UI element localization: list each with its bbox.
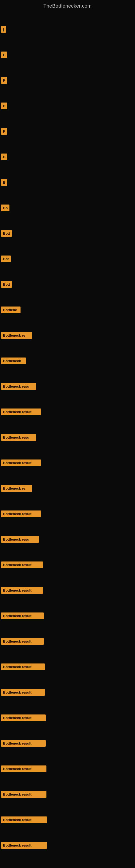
bar-row: F <box>0 42 135 67</box>
bar-row: Bottleneck result <box>0 705 135 731</box>
site-title: TheBottlenecker.com <box>0 0 135 11</box>
bar-label: B <box>1 154 7 160</box>
bar-label: F <box>1 128 7 135</box>
bar-row: Bottleneck result <box>0 501 135 527</box>
bar-row: Bottleneck resu <box>0 373 135 399</box>
bar-row: Bottleneck result <box>0 781 135 807</box>
bar-label: Bot <box>1 255 11 262</box>
bar-label: Bottleneck result <box>1 460 41 466</box>
bar-row: Bottleneck re <box>0 475 135 501</box>
bar-label: Bott <box>1 230 12 237</box>
bar-label: Bottleneck result <box>1 663 45 670</box>
bar-label: Bottleneck result <box>1 561 43 568</box>
bar-row: Bott <box>0 272 135 297</box>
bar-label: Bottleneck result <box>1 791 46 798</box>
bar-row: Bottleneck result <box>0 833 135 858</box>
bar-row: Bottleneck result <box>0 756 135 781</box>
bar-row: Bottleneck result <box>0 399 135 425</box>
bar-label: F <box>1 52 7 58</box>
bar-row: | <box>0 17 135 42</box>
bar-row: Bott <box>0 220 135 246</box>
bar-label: Bo <box>1 205 9 211</box>
bar-label: B <box>1 179 7 186</box>
bar-row: B <box>0 169 135 195</box>
bar-label: Bottleneck <box>1 358 26 364</box>
bar-row: Bottleneck result <box>0 654 135 680</box>
bar-label: Bottleneck result <box>1 816 47 823</box>
bar-label: Bottleneck re <box>1 485 32 492</box>
bar-row: Bottleneck result <box>0 807 135 833</box>
bar-row: Bottleneck result <box>0 680 135 705</box>
bar-label: Bottlene <box>1 307 20 313</box>
bar-row: Bottleneck result <box>0 603 135 628</box>
bar-row: F <box>0 67 135 93</box>
bar-label: Bottleneck result <box>1 638 44 645</box>
bar-label: Bottleneck resu <box>1 383 36 390</box>
bar-label: F <box>1 77 7 84</box>
bar-label: Bottleneck result <box>1 613 44 619</box>
bar-row: Bottleneck <box>0 348 135 373</box>
bar-row: B <box>0 93 135 119</box>
bar-row: Bottleneck result <box>0 628 135 654</box>
bar-row: F <box>0 119 135 144</box>
bar-label: Bottleneck resu <box>1 434 36 441</box>
bar-row: Bottleneck resu <box>0 425 135 450</box>
bar-label: B <box>1 102 7 109</box>
bar-row: Bottlene <box>0 297 135 322</box>
bar-label: Bottleneck result <box>1 766 46 772</box>
bar-row: Bottleneck result <box>0 552 135 578</box>
bar-label: Bottleneck re <box>1 332 32 339</box>
bar-label: Bottleneck result <box>1 842 47 849</box>
bar-label: Bottleneck result <box>1 689 45 696</box>
bar-row: Bottleneck resu <box>0 527 135 552</box>
chart-area: |FFBFBBBoBottBotBottBottleneBottleneck r… <box>0 11 135 868</box>
bar-row: Bo <box>0 195 135 220</box>
bar-label: Bott <box>1 281 12 288</box>
bar-label: Bottleneck resu <box>1 536 39 543</box>
bar-label: Bottleneck result <box>1 714 46 721</box>
bar-label: Bottleneck result <box>1 740 46 747</box>
bar-label: Bottleneck result <box>1 510 41 517</box>
bar-row: Bottleneck re <box>0 322 135 348</box>
bar-row: Bot <box>0 246 135 272</box>
bar-row: Bottleneck result <box>0 731 135 756</box>
bar-label: | <box>1 26 6 33</box>
bar-row: B <box>0 144 135 169</box>
bar-row: Bottleneck result <box>0 578 135 603</box>
bar-label: Bottleneck result <box>1 587 43 594</box>
bar-label: Bottleneck result <box>1 408 41 415</box>
bar-row: Bottleneck result <box>0 450 135 475</box>
